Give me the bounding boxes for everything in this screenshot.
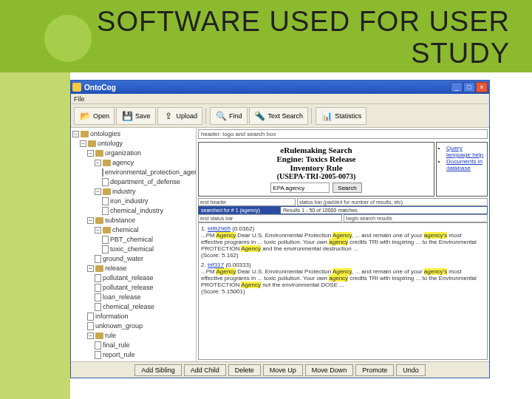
status-cell: end status bar xyxy=(198,214,342,222)
search-button[interactable]: Search xyxy=(332,183,361,193)
textsearch-button[interactable]: 🔦Text Search xyxy=(249,107,309,125)
page-icon xyxy=(102,178,109,186)
link-query-help[interactable]: Query language help xyxy=(446,145,483,158)
tree-leaf[interactable]: chemical_industry xyxy=(110,206,163,216)
app-icon xyxy=(72,83,81,92)
search-summary: searched for # 1 (agency) xyxy=(198,206,281,214)
page-icon xyxy=(102,236,109,244)
close-button[interactable]: × xyxy=(476,82,488,92)
tree-leaf[interactable]: loan_release xyxy=(103,293,141,302)
window-titlebar[interactable]: OntoCog _ □ × xyxy=(71,81,489,94)
tree-leaf[interactable]: toxic_chemical xyxy=(110,245,154,254)
tree-leaf[interactable]: pollutant_release xyxy=(103,283,154,293)
toolbar-separator xyxy=(311,108,313,124)
help-links: Query language help Documents in databas… xyxy=(436,142,488,197)
tree-leaf[interactable]: PBT_chemical xyxy=(110,235,153,245)
folder-icon xyxy=(81,131,89,137)
folder-icon xyxy=(103,227,111,233)
result-item[interactable]: 1. trif82965 (0.0362) ...PM Agency Dear … xyxy=(201,225,485,259)
result-link[interactable]: trif82965 xyxy=(208,225,231,232)
status-cell: end header xyxy=(198,198,296,206)
folder-icon xyxy=(95,150,103,157)
tree-node[interactable]: substance xyxy=(105,216,135,225)
minimize-button[interactable]: _ xyxy=(451,82,463,92)
folder-icon xyxy=(103,160,111,166)
tree-leaf[interactable]: unknown_group xyxy=(95,321,143,331)
link-documents[interactable]: Documents in database xyxy=(446,158,482,171)
collapse-icon[interactable]: − xyxy=(95,227,101,233)
tree-node[interactable]: ontology xyxy=(98,139,123,149)
slide-side-strip xyxy=(0,72,70,399)
add-sibling-button[interactable]: Add Sibling xyxy=(134,364,182,376)
find-icon: 🔍 xyxy=(215,110,227,122)
rule-code: (USEPA-TRI-2005-0073) xyxy=(202,172,431,180)
page-icon xyxy=(95,303,101,311)
toolbar: 📂Open 💾Save ⇪Upload 🔍Find 🔦Text Search 📊… xyxy=(71,104,489,128)
tree-leaf[interactable]: chemical_release xyxy=(103,302,154,312)
tree-node[interactable]: rule xyxy=(105,331,116,341)
statistics-icon: 📊 xyxy=(321,110,332,122)
save-icon: 💾 xyxy=(121,110,133,122)
collapse-icon[interactable]: − xyxy=(87,150,94,157)
move-up-button[interactable]: Move Up xyxy=(263,364,303,376)
folder-icon xyxy=(95,265,103,272)
delete-button[interactable]: Delete xyxy=(228,364,261,376)
collapse-icon[interactable]: − xyxy=(87,217,94,224)
results-count: Results 1 - 50 of 10000 matches xyxy=(281,206,488,214)
search-input[interactable] xyxy=(270,183,330,193)
result-link[interactable]: trif317 xyxy=(208,262,224,268)
tree-node[interactable]: organization xyxy=(105,149,141,158)
tree-leaf[interactable]: information xyxy=(95,312,129,321)
page-icon xyxy=(95,255,101,263)
page-icon xyxy=(95,351,101,359)
collapse-icon[interactable]: − xyxy=(72,131,79,137)
window-title: OntoCog xyxy=(84,83,451,92)
undo-button[interactable]: Undo xyxy=(396,364,426,376)
page-icon xyxy=(87,322,94,330)
page-icon xyxy=(95,274,101,282)
move-down-button[interactable]: Move Down xyxy=(305,364,354,376)
search-engine-box: eRulemaking SearchEngine: Toxics Release… xyxy=(198,142,434,197)
page-icon xyxy=(87,313,94,321)
app-window: OntoCog _ □ × File 📂Open 💾Save ⇪Upload 🔍… xyxy=(70,80,490,378)
promote-button[interactable]: Promote xyxy=(355,364,394,376)
collapse-icon[interactable]: − xyxy=(80,140,86,147)
collapse-icon[interactable]: − xyxy=(87,265,94,272)
tree-node[interactable]: chemical xyxy=(112,225,139,235)
ontology-tree[interactable]: −ontologies −ontology −organization −age… xyxy=(71,128,197,361)
page-icon xyxy=(95,293,101,301)
header-caption: header: logo and search box xyxy=(198,129,488,139)
engine-title: eRulemaking SearchEngine: Toxics Release… xyxy=(202,146,431,172)
open-icon: 📂 xyxy=(79,110,91,122)
page-icon xyxy=(102,207,109,215)
statistics-button[interactable]: 📊Statistics xyxy=(316,107,366,125)
tree-leaf[interactable]: environmental_protection_agency xyxy=(105,168,197,177)
tree-leaf[interactable]: report_rule xyxy=(103,350,135,360)
tree-leaf[interactable]: department_of_defense xyxy=(110,177,180,187)
upload-button[interactable]: ⇪Upload xyxy=(157,107,203,125)
upload-icon: ⇪ xyxy=(163,110,174,122)
collapse-icon[interactable]: − xyxy=(95,188,101,195)
collapse-icon[interactable]: − xyxy=(95,160,101,166)
maximize-button[interactable]: □ xyxy=(463,82,475,92)
page-icon xyxy=(102,197,109,205)
bottom-toolbar: Add Sibling Add Child Delete Move Up Mov… xyxy=(71,361,489,378)
menu-file[interactable]: File xyxy=(74,95,85,103)
result-item[interactable]: 2. trif317 (0.00333) ...PM Agency Dear U… xyxy=(201,262,485,295)
tree-node[interactable]: release xyxy=(105,264,127,273)
find-button[interactable]: 🔍Find xyxy=(210,107,248,125)
folder-icon xyxy=(95,332,103,339)
collapse-icon[interactable]: − xyxy=(87,332,94,339)
open-button[interactable]: 📂Open xyxy=(74,107,115,125)
tree-leaf[interactable]: iron_industry xyxy=(110,197,149,206)
add-child-button[interactable]: Add Child xyxy=(184,364,226,376)
tree-node[interactable]: agency xyxy=(112,158,134,168)
tree-node[interactable]: industry xyxy=(112,187,136,197)
tree-leaf[interactable]: ground_water xyxy=(103,254,143,264)
tree-leaf[interactable]: final_rule xyxy=(103,341,130,350)
tree-leaf[interactable]: pollutant_release xyxy=(103,273,154,283)
tree-node[interactable]: community xyxy=(105,360,137,361)
search-results: 1. trif82965 (0.0362) ...PM Agency Dear … xyxy=(198,222,488,360)
save-button[interactable]: 💾Save xyxy=(116,107,156,125)
tree-node[interactable]: ontologies xyxy=(90,129,120,139)
